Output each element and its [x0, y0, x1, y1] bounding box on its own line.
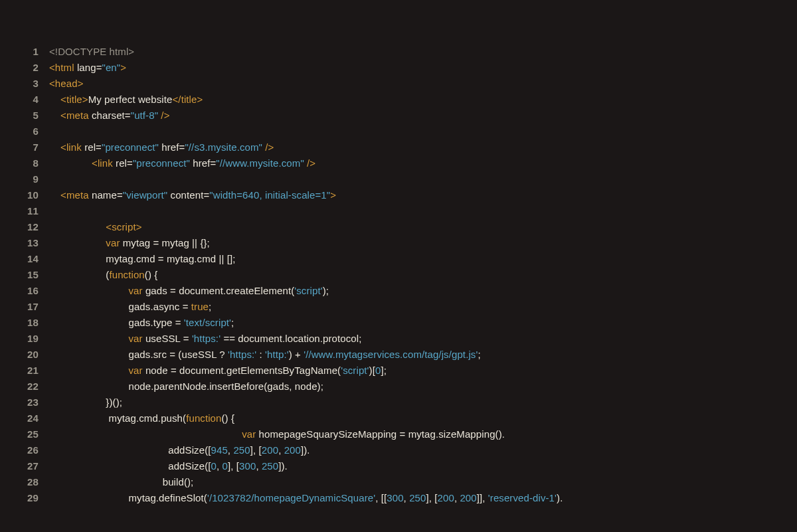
code-line[interactable]: 11	[0, 203, 797, 219]
code-content[interactable]: <head>	[49, 76, 797, 92]
code-content[interactable]	[49, 171, 797, 187]
line-number: 23	[0, 395, 49, 410]
code-content[interactable]: <script>	[49, 219, 797, 235]
code-content[interactable]: var useSSL = 'https:' == document.locati…	[49, 331, 797, 347]
line-number: 11	[0, 203, 49, 219]
code-line[interactable]: 3<head>	[0, 76, 797, 92]
code-line[interactable]: 29 mytag.defineSlot('/1023782/homepageDy…	[0, 490, 797, 506]
code-token: content=	[167, 189, 209, 201]
code-token: 250	[409, 492, 426, 503]
code-token: var	[129, 285, 143, 296]
code-content[interactable]: node.parentNode.insertBefore(gads, node)…	[49, 379, 797, 395]
code-token: <meta	[60, 110, 89, 121]
code-content[interactable]: var node = document.getElementsByTagName…	[49, 363, 797, 379]
code-line[interactable]: 7 <link rel="preconnect" href="//s3.mysi…	[0, 139, 797, 155]
code-line[interactable]: 23 })();	[0, 395, 797, 410]
line-number: 3	[0, 76, 49, 92]
code-content[interactable]: var mytag = mytag || {};	[49, 235, 797, 251]
code-token: ], [	[426, 492, 437, 503]
code-line[interactable]: 2<html lang="en">	[0, 60, 797, 76]
code-content[interactable]: <html lang="en">	[49, 60, 797, 76]
code-content[interactable]: addSize([0, 0], [300, 250]).	[49, 458, 797, 474]
code-content[interactable]: var gads = document.createElement('scrip…	[49, 283, 797, 299]
code-content[interactable]: <meta charset="utf-8" />	[49, 108, 797, 124]
code-content[interactable]	[49, 124, 797, 139]
code-line[interactable]: 16 var gads = document.createElement('sc…	[0, 283, 797, 299]
code-line[interactable]: 22 node.parentNode.insertBefore(gads, no…	[0, 379, 797, 395]
code-line[interactable]: 10 <meta name="viewport" content="width=…	[0, 187, 797, 203]
code-content[interactable]: gads.type = 'text/script';	[49, 315, 797, 331]
code-token: charset=	[89, 110, 131, 121]
code-line[interactable]: 4 <title>My perfect website</title>	[0, 92, 797, 108]
code-token: >	[330, 189, 336, 201]
code-token: <!DOCTYPE html>	[49, 46, 134, 57]
code-content[interactable]: })();	[49, 395, 797, 410]
code-token: ];	[381, 365, 387, 376]
code-line[interactable]: 26 addSize([945, 250], [200, 200]).	[0, 442, 797, 458]
code-line[interactable]: 12 <script>	[0, 219, 797, 235]
code-line[interactable]: 17 gads.async = true;	[0, 299, 797, 315]
code-content[interactable]: gads.async = true;	[49, 299, 797, 315]
code-token: 0	[222, 460, 228, 472]
code-token	[49, 365, 129, 376]
code-token: addSize([	[49, 444, 211, 456]
code-line[interactable]: 5 <meta charset="utf-8" />	[0, 108, 797, 124]
code-line[interactable]: 27 addSize([0, 0], [300, 250]).	[0, 458, 797, 474]
code-token: href=	[190, 157, 216, 169]
code-line[interactable]: 18 gads.type = 'text/script';	[0, 315, 797, 331]
code-line[interactable]: 1<!DOCTYPE html>	[0, 44, 797, 60]
code-token: 'reserved-div-1'	[488, 492, 557, 503]
code-line[interactable]: 14 mytag.cmd = mytag.cmd || [];	[0, 251, 797, 267]
code-token: node.parentNode.insertBefore(gads, node)…	[49, 381, 323, 392]
code-line[interactable]: 13 var mytag = mytag || {};	[0, 235, 797, 251]
code-content[interactable]: <title>My perfect website</title>	[49, 92, 797, 108]
code-token: <link	[60, 141, 82, 153]
code-editor[interactable]: 1<!DOCTYPE html>2<html lang="en">3<head>…	[0, 0, 797, 506]
code-token: ) +	[289, 349, 304, 360]
code-content[interactable]: <!DOCTYPE html>	[49, 44, 797, 60]
code-token: ,	[278, 444, 284, 456]
code-token	[49, 110, 60, 121]
code-token: My perfect website	[88, 94, 173, 105]
code-token: gads = document.createElement(	[143, 285, 295, 296]
code-line[interactable]: 8 <link rel="preconnect" href="//www.mys…	[0, 155, 797, 171]
code-token: '//www.mytagservices.com/tag/js/gpt.js'	[304, 349, 478, 360]
code-content[interactable]: (function() {	[49, 267, 797, 283]
code-content[interactable]: mytag.defineSlot('/1023782/homepageDynam…	[49, 490, 797, 506]
code-content[interactable]: gads.src = (useSSL ? 'https:' : 'http:')…	[49, 347, 797, 363]
line-number: 15	[0, 267, 49, 283]
code-token: 200	[460, 492, 476, 503]
code-token: 200	[262, 444, 278, 456]
line-number: 22	[0, 379, 49, 395]
code-content[interactable]: var homepageSquarySizeMapping = mytag.si…	[49, 426, 797, 442]
code-token: 'http:'	[265, 349, 289, 360]
code-line[interactable]: 28 build();	[0, 474, 797, 490]
code-line[interactable]: 19 var useSSL = 'https:' == document.loc…	[0, 331, 797, 347]
code-token: 200	[284, 444, 301, 456]
code-content[interactable]: addSize([945, 250], [200, 200]).	[49, 442, 797, 458]
line-number: 27	[0, 458, 49, 474]
code-token: ]],	[477, 492, 488, 503]
code-line[interactable]: 21 var node = document.getElementsByTagN…	[0, 363, 797, 379]
code-token: 250	[262, 460, 278, 472]
code-content[interactable]: mytag.cmd.push(function() {	[49, 410, 797, 426]
code-line[interactable]: 20 gads.src = (useSSL ? 'https:' : 'http…	[0, 347, 797, 363]
code-line[interactable]: 24 mytag.cmd.push(function() {	[0, 410, 797, 426]
line-number: 26	[0, 442, 49, 458]
code-token: "utf-8"	[131, 110, 158, 121]
code-content[interactable]: <meta name="viewport" content="width=640…	[49, 187, 797, 203]
code-content[interactable]: build();	[49, 474, 797, 490]
code-content[interactable]: mytag.cmd = mytag.cmd || [];	[49, 251, 797, 267]
code-line[interactable]: 15 (function() {	[0, 267, 797, 283]
code-content[interactable]	[49, 203, 797, 219]
code-line[interactable]: 6	[0, 124, 797, 139]
code-content[interactable]: <link rel="preconnect" href="//s3.mysite…	[49, 139, 797, 155]
code-token: function	[186, 412, 221, 424]
code-token	[49, 94, 60, 105]
code-line[interactable]: 25 var homepageSquarySizeMapping = mytag…	[0, 426, 797, 442]
code-line[interactable]: 9	[0, 171, 797, 187]
code-token: />	[262, 141, 274, 153]
code-token: "//s3.mysite.com"	[185, 141, 262, 153]
code-content[interactable]: <link rel="preconnect" href="//www.mysit…	[49, 155, 797, 171]
line-number: 14	[0, 251, 49, 267]
